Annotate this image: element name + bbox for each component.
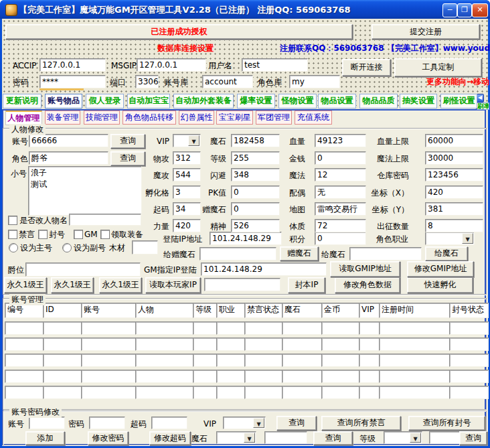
table-cell[interactable] [244,386,283,399]
table-cell[interactable] [5,354,44,367]
account-input[interactable]: 66666 [29,134,108,147]
port-input[interactable]: 3306 [135,75,159,88]
table-cell[interactable] [244,321,283,335]
tab-main-5[interactable]: 自动加外套装备 [173,94,234,108]
table-cell[interactable] [282,338,323,351]
stat-input-e1[interactable]: 60000 [425,134,483,147]
stat-input-e6[interactable]: 8 [425,219,483,232]
tab-sub-4[interactable]: 角色物品转移 [122,110,176,125]
wood-input[interactable] [132,240,158,254]
table-cell[interactable] [135,354,194,367]
ban-ip-button[interactable]: 封本IP [288,277,325,293]
give-bonus-stone-input[interactable] [199,247,276,260]
table-cell[interactable] [43,354,82,367]
give-stone-button[interactable]: 给魔石 [425,246,468,261]
license-status-button[interactable]: 已注册成功授权 [5,24,353,40]
alt-account-listbox[interactable]: 浪子测试 [28,166,142,216]
table-cell[interactable] [449,338,489,351]
table-header-10[interactable]: VIP [359,303,380,318]
add-account-button[interactable]: 添加 [25,431,65,445]
tab-sub-5[interactable]: 幻兽属性 [179,110,214,125]
table-cell[interactable] [244,354,283,367]
chevron-down-icon[interactable]: ▼ [462,233,473,244]
close-button-icon[interactable]: ✕ [472,3,488,17]
table-cell[interactable] [379,354,451,367]
table-cell[interactable] [379,370,451,383]
set-main-radio[interactable] [9,243,18,252]
modify-super-pwd-button[interactable]: 修改超码 [149,431,191,445]
stone-query-button[interactable]: 查询 [313,431,353,445]
table-header-3[interactable]: 账号 [81,303,137,318]
tab-main-11[interactable]: 刷怪设置 [440,94,477,108]
maximize-button-icon[interactable]: ❐ [457,3,472,17]
stat-input-e5[interactable]: 381 [425,202,483,216]
table-header-7[interactable]: 禁言状态 [244,303,283,318]
table-cell[interactable] [43,386,82,399]
modify-pwd-button[interactable]: 修改密码 [88,431,129,445]
table-cell[interactable] [193,370,218,383]
stone-filter-combobox[interactable]: ▼ [216,431,256,444]
tab-main-2[interactable]: 账号物品 [45,94,82,108]
table-cell[interactable] [321,354,360,367]
class-combobox[interactable]: ▼ [425,232,475,245]
msgip-input[interactable]: 127.0.0.1 [137,58,206,72]
roledb-input[interactable]: my [289,75,340,88]
accip-input[interactable]: 127.0.0.1 [39,58,106,72]
table-cell[interactable] [359,386,380,399]
king-level-button-2[interactable]: 永久1级王 [51,277,94,293]
table-header-9[interactable]: 金币 [321,303,360,318]
table-cell[interactable] [5,338,44,351]
level-query-button[interactable]: 查询 [459,431,487,445]
alt-list-item[interactable]: 浪子 [31,167,139,179]
table-cell[interactable] [5,321,44,335]
tab-main-6[interactable]: 爆率设置 [237,94,275,108]
gm-ip-input[interactable]: 101.24.148.29 [201,263,327,276]
table-cell[interactable] [43,338,82,351]
set-sub-radio[interactable] [62,243,72,252]
chevron-down-icon[interactable]: ▼ [253,418,264,428]
query-all-mute-button[interactable]: 查询所有禁言 [321,416,401,431]
minimize-button-icon[interactable]: ─ [442,3,457,17]
super-pwd-input[interactable] [151,417,187,429]
tab-main-9[interactable]: 物品品质 [359,94,398,108]
table-cell[interactable] [193,386,218,399]
rename-checkbox[interactable] [8,216,17,225]
modify-gmip-button[interactable]: 修改GMIP地址 [407,261,474,277]
tab-main-partial[interactable]: 刷率 [477,102,489,110]
table-cell[interactable] [321,386,360,399]
rank-input[interactable] [25,263,141,277]
king-level-button-3[interactable]: 永久1级王 [99,277,142,293]
table-cell[interactable] [81,338,137,351]
table-cell[interactable] [5,386,44,399]
tab-main-8[interactable]: 物品设置 [318,94,356,108]
tab-sub-2[interactable]: 装备管理 [45,110,80,125]
table-cell[interactable] [216,321,246,335]
table-cell[interactable] [135,386,194,399]
table-header-8[interactable]: 魔石 [282,303,323,318]
stat-input-e2[interactable]: 30000 [425,151,483,165]
role-input[interactable]: 爵爷 [29,151,108,165]
table-cell[interactable] [379,386,451,399]
table-header-4[interactable]: 人物 [135,303,194,318]
tab-sub-3[interactable]: 技能管理 [84,110,120,125]
table-header-12[interactable]: 封号状态 [449,303,489,318]
tab-sub-6[interactable]: 宝宝刷星 [216,110,253,125]
mute-checkbox[interactable] [8,230,17,239]
chevron-down-icon[interactable]: ▼ [410,433,421,443]
table-cell[interactable] [244,370,283,383]
pwd-query-button[interactable]: 查询 [276,416,317,431]
pwd-password-input[interactable] [89,417,125,429]
table-cell[interactable] [216,386,246,399]
table-cell[interactable] [379,321,451,335]
equip-checkbox[interactable] [100,230,110,239]
table-cell[interactable] [43,370,82,383]
read-player-ip-button[interactable]: 读取本玩家IP [145,277,201,293]
tab-sub-7[interactable]: 军团管理 [256,110,292,125]
table-cell[interactable] [244,338,283,351]
stat-input-e3[interactable]: 123456 [425,168,483,181]
query-all-ban-button[interactable]: 查询所有封号 [408,416,485,431]
player-ip-input[interactable] [204,278,280,291]
gm-checkbox[interactable] [74,230,83,239]
table-cell[interactable] [43,321,82,335]
table-cell[interactable] [359,338,380,351]
